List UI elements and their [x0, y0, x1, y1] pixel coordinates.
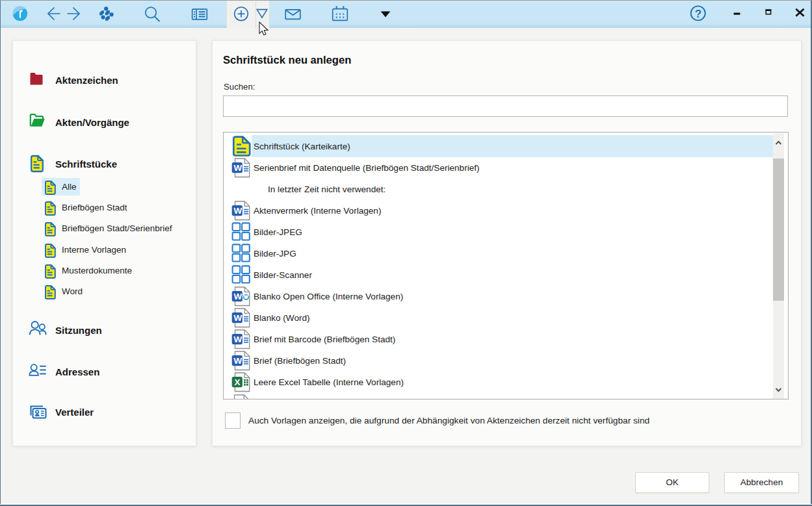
svg-text:W: W [234, 206, 242, 216]
svg-text:W: W [234, 356, 242, 366]
svg-text:W: W [234, 335, 242, 344]
svg-text:X: X [234, 377, 240, 387]
svg-text:?: ? [695, 8, 701, 20]
svg-text:W: W [234, 313, 242, 323]
svg-text:W: W [234, 163, 242, 173]
svg-text:W: W [234, 292, 242, 301]
